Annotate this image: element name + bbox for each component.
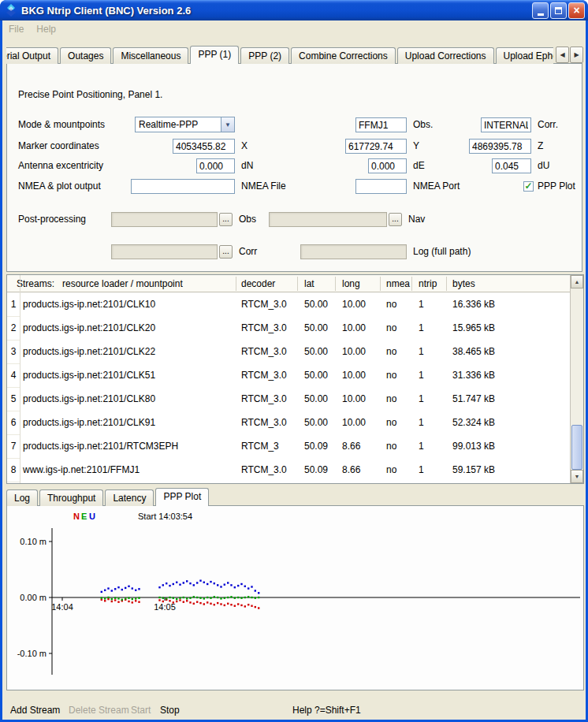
stream-row-7[interactable]: 7products.igs-ip.net:2101/RTCM3EPHRTCM_3… bbox=[7, 434, 570, 458]
stream-cell-lat: 50.09 bbox=[304, 458, 328, 482]
minimize-button[interactable] bbox=[532, 2, 549, 19]
corr-mountpoint-field[interactable] bbox=[481, 117, 531, 132]
tab-scroll-right-button[interactable]: ▶ bbox=[570, 47, 583, 63]
point-N bbox=[230, 604, 232, 605]
stream-cell-long: 10.00 bbox=[342, 411, 366, 434]
stream-cell-num: 3 bbox=[7, 340, 20, 364]
add-stream-button[interactable]: Add Stream bbox=[10, 704, 60, 716]
stream-cell-bytes: 15.965 kB bbox=[452, 316, 495, 340]
post-obs-field[interactable] bbox=[111, 212, 218, 227]
tab-throughput[interactable]: Throughput bbox=[39, 489, 103, 506]
stream-cell-ntrip: 1 bbox=[419, 411, 424, 434]
point-N bbox=[179, 599, 180, 601]
tab-serial-output[interactable]: Serial Output bbox=[6, 47, 58, 64]
scroll-up-button[interactable]: ▲ bbox=[571, 275, 583, 288]
post-processing-label: Post-processing bbox=[18, 212, 86, 227]
antenna-du-field[interactable] bbox=[492, 158, 531, 173]
post-corr-field[interactable] bbox=[111, 244, 218, 259]
point-E bbox=[240, 597, 242, 599]
mode-combo[interactable]: Realtime-PPP ▼ bbox=[135, 117, 235, 132]
point-N bbox=[210, 603, 211, 605]
help-hint: Help ?=Shift+F1 bbox=[292, 704, 361, 716]
stop-button[interactable]: Stop bbox=[160, 704, 180, 716]
stream-cell-long: 10.00 bbox=[342, 340, 366, 363]
stream-row-1[interactable]: 1products.igs-ip.net:2101/CLK10RTCM_3.05… bbox=[7, 292, 570, 316]
maximize-button[interactable] bbox=[550, 2, 567, 19]
marker-y-field[interactable] bbox=[345, 139, 407, 154]
tab-latency[interactable]: Latency bbox=[105, 489, 154, 506]
marker-z-field[interactable] bbox=[469, 139, 531, 154]
post-corr-label: Corr bbox=[239, 244, 257, 259]
tab-upload-ephemeris[interactable]: Upload Ephemeris bbox=[496, 47, 554, 64]
status-bar: Add Stream Delete Stream Start Stop Help… bbox=[2, 701, 586, 720]
tab-combine-corrections[interactable]: Combine Corrections bbox=[291, 47, 396, 64]
ppp-plot-chart: 0.10 m0.00 m-0.10 m14:0414:05NEUStart 14… bbox=[7, 506, 583, 690]
point-U bbox=[240, 583, 242, 585]
stream-cell-long: 10.00 bbox=[342, 387, 366, 411]
post-nav-browse-button[interactable]: ... bbox=[389, 213, 402, 226]
legend-U: U bbox=[89, 512, 95, 521]
delete-stream-button[interactable]: Delete Stream bbox=[69, 704, 129, 716]
post-nav-field[interactable] bbox=[269, 212, 387, 227]
nmea-port-field[interactable] bbox=[355, 179, 407, 194]
ppp-plot-checkbox[interactable]: ✓ bbox=[523, 181, 534, 192]
point-N bbox=[247, 604, 249, 605]
scrollbar-thumb[interactable] bbox=[571, 425, 582, 470]
stream-cell-long: 8.66 bbox=[342, 458, 360, 482]
point-U bbox=[230, 584, 232, 586]
post-log-field[interactable] bbox=[300, 244, 407, 259]
stream-row-3[interactable]: 3products.igs-ip.net:2101/CLK22RTCM_3.05… bbox=[7, 340, 570, 363]
stream-row-6[interactable]: 6products.igs-ip.net:2101/CLK91RTCM_3.05… bbox=[7, 411, 570, 434]
scroll-down-button[interactable]: ▼ bbox=[571, 470, 583, 483]
stream-cell-mount: products.igs-ip.net:2101/CLK10 bbox=[23, 292, 155, 316]
marker-x-label: X bbox=[241, 139, 247, 154]
point-N bbox=[237, 603, 239, 605]
streams-table-header: Streams: resource loader / mountpoint de… bbox=[7, 275, 570, 292]
antenna-dn-field[interactable] bbox=[196, 158, 235, 173]
tab-outages[interactable]: Outages bbox=[60, 47, 111, 64]
menu-file[interactable]: File bbox=[2, 24, 30, 35]
stream-row-5[interactable]: 5products.igs-ip.net:2101/CLK80RTCM_3.05… bbox=[7, 387, 570, 411]
close-button[interactable]: × bbox=[568, 2, 585, 19]
maximize-icon bbox=[555, 7, 562, 14]
menu-help[interactable]: Help bbox=[30, 24, 62, 35]
tab-ppp-plot[interactable]: PPP Plot bbox=[155, 488, 209, 506]
tab-ppp-1-[interactable]: PPP (1) bbox=[190, 46, 239, 64]
tab-scroll-left-button[interactable]: ◀ bbox=[556, 47, 569, 63]
start-button[interactable]: Start bbox=[131, 704, 151, 716]
table-scrollbar[interactable]: ▲ ▼ bbox=[570, 275, 583, 483]
point-U bbox=[132, 587, 133, 589]
column-separator bbox=[380, 277, 381, 291]
stream-row-2[interactable]: 2products.igs-ip.net:2101/CLK20RTCM_3.05… bbox=[7, 316, 570, 340]
antenna-de-field[interactable] bbox=[368, 158, 407, 173]
window-title: BKG Ntrip Client (BNC) Version 2.6 bbox=[21, 5, 530, 17]
chevron-down-icon[interactable]: ▼ bbox=[221, 117, 234, 132]
point-N bbox=[111, 601, 113, 602]
tab-log[interactable]: Log bbox=[6, 489, 38, 506]
stream-cell-mount: products.igs-ip.net:2101/CLK51 bbox=[23, 363, 155, 387]
stream-row-8[interactable]: 8www.igs-ip.net:2101/FFMJ1RTCM_3.050.098… bbox=[7, 458, 570, 482]
tab-miscellaneous[interactable]: Miscellaneous bbox=[113, 47, 188, 64]
post-obs-browse-button[interactable]: ... bbox=[219, 213, 233, 226]
obs-mountpoint-field[interactable] bbox=[355, 117, 407, 132]
tab-ppp-2-[interactable]: PPP (2) bbox=[240, 47, 289, 64]
minimize-icon bbox=[538, 13, 544, 16]
nmea-file-field[interactable] bbox=[131, 179, 235, 194]
point-U bbox=[138, 588, 140, 590]
point-E bbox=[128, 597, 129, 599]
point-E bbox=[158, 597, 160, 598]
header-nmea: nmea bbox=[386, 275, 410, 292]
point-E bbox=[138, 597, 140, 599]
post-corr-browse-button[interactable]: ... bbox=[219, 245, 233, 259]
mode-label: Mode & mountpoints bbox=[18, 117, 105, 132]
chevron-right-icon: ▶ bbox=[574, 51, 579, 58]
start-time-label: Start 14:03:54 bbox=[138, 512, 192, 521]
point-N bbox=[189, 601, 191, 603]
stream-cell-nmea: no bbox=[386, 434, 396, 458]
stream-row-4[interactable]: 4products.igs-ip.net:2101/CLK51RTCM_3.05… bbox=[7, 363, 570, 387]
tab-upload-corrections[interactable]: Upload Corrections bbox=[397, 47, 494, 64]
marker-x-field[interactable] bbox=[173, 139, 235, 154]
app-icon bbox=[5, 4, 17, 17]
y-tick-label: -0.10 m bbox=[17, 649, 47, 658]
point-U bbox=[196, 582, 198, 583]
